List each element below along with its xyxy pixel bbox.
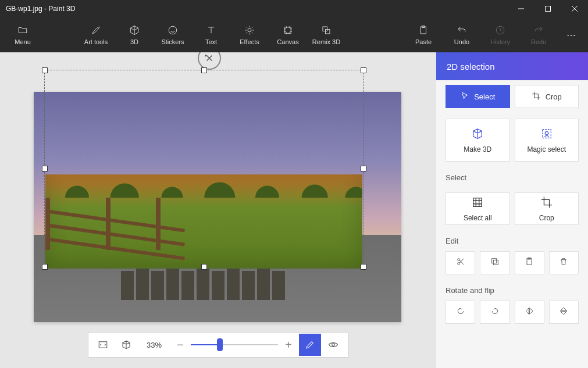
crop-icon — [540, 196, 553, 210]
selection-handle[interactable] — [42, 264, 48, 270]
view-toolbar: 33% − + — [88, 332, 348, 358]
rotate-right-button[interactable] — [480, 301, 509, 324]
cut-button[interactable] — [446, 251, 475, 274]
sticker-icon — [168, 24, 178, 36]
make-3d-button[interactable]: Make 3D — [446, 119, 510, 162]
select-all-icon — [471, 196, 484, 210]
menu-button[interactable]: Menu — [3, 17, 42, 52]
select-label: Select — [474, 92, 495, 101]
selection-handle[interactable] — [361, 166, 366, 172]
close-button[interactable] — [561, 0, 588, 17]
magic-select-button[interactable]: Magic select — [515, 119, 579, 162]
history-icon — [495, 24, 505, 36]
svg-rect-7 — [323, 27, 327, 31]
selection-handle[interactable] — [42, 67, 48, 73]
svg-rect-1 — [546, 6, 551, 12]
delete-button[interactable] — [549, 251, 579, 274]
canvas-label: Canvas — [277, 38, 298, 45]
more-button[interactable]: ⋯ — [558, 17, 585, 52]
flip-vertical-button[interactable] — [549, 301, 579, 324]
canvas-button[interactable]: Canvas — [269, 17, 307, 52]
side-panel: 2D selection Select Crop Make 3D — [436, 52, 588, 368]
selection-handle[interactable] — [201, 264, 207, 270]
fit-screen-button[interactable] — [92, 334, 114, 356]
edit-mode-button[interactable] — [299, 334, 321, 356]
rotate-right-icon — [490, 306, 500, 318]
window-title: GB-wp1.jpg - Paint 3D — [6, 5, 75, 13]
cube-icon — [129, 24, 140, 36]
crop-label: Crop — [546, 92, 562, 101]
maximize-button[interactable] — [534, 0, 561, 17]
main: 33% − + 2D selection Select Crop — [0, 52, 588, 368]
crop-button[interactable]: Crop — [515, 192, 579, 225]
selection-handle[interactable] — [361, 264, 366, 270]
art-tools-button[interactable]: Art tools — [77, 17, 115, 52]
paste-edit-button[interactable] — [515, 251, 544, 274]
art-tools-label: Art tools — [84, 38, 108, 45]
history-button[interactable]: History — [481, 17, 519, 52]
copy-icon — [490, 257, 500, 269]
svg-rect-14 — [542, 129, 551, 138]
effects-button[interactable]: Effects — [230, 17, 269, 52]
rotate-left-button[interactable] — [446, 301, 475, 324]
svg-rect-16 — [473, 198, 482, 206]
redo-icon — [533, 24, 544, 36]
zoom-slider-thumb[interactable] — [217, 338, 223, 351]
3d-view-button[interactable] — [115, 334, 137, 356]
toolbar: Menu Art tools 3D Stickers Text Effects … — [0, 17, 588, 52]
crop-tool-button[interactable]: Crop — [515, 85, 579, 108]
trash-icon — [559, 257, 568, 269]
zoom-in-button[interactable]: + — [279, 334, 298, 356]
svg-point-15 — [545, 131, 548, 135]
redo-label: Redo — [531, 38, 546, 45]
remix-3d-label: Remix 3D — [312, 38, 340, 45]
crop-icon — [532, 91, 541, 102]
more-icon: ⋯ — [566, 30, 576, 41]
scissors-icon — [456, 257, 465, 269]
flip-v-icon — [559, 306, 568, 318]
magic-select-icon — [540, 127, 553, 142]
stickers-label: Stickers — [161, 38, 184, 45]
svg-rect-19 — [493, 260, 498, 265]
paste-label: Paste — [415, 38, 432, 45]
undo-button[interactable]: Undo — [443, 17, 481, 52]
zoom-out-button[interactable]: − — [171, 334, 190, 356]
redo-button[interactable]: Redo — [519, 17, 558, 52]
zoom-slider[interactable] — [191, 334, 278, 356]
canvas-area[interactable]: 33% − + — [0, 52, 436, 368]
remix-icon — [321, 24, 332, 36]
undo-label: Undo — [454, 38, 469, 45]
paste-icon — [418, 24, 429, 36]
copy-button[interactable] — [480, 251, 509, 274]
stickers-button[interactable]: Stickers — [154, 17, 192, 52]
3d-button[interactable]: 3D — [115, 17, 154, 52]
paste-button[interactable]: Paste — [404, 17, 443, 52]
selection-handle[interactable] — [361, 67, 366, 73]
svg-point-4 — [169, 26, 177, 34]
folder-icon — [17, 24, 28, 36]
svg-point-5 — [248, 28, 251, 32]
clipboard-icon — [525, 257, 534, 269]
menu-label: Menu — [15, 38, 31, 45]
select-tool-button[interactable]: Select — [446, 85, 510, 108]
text-button[interactable]: Text — [192, 17, 230, 52]
effects-icon — [244, 24, 255, 36]
selection-handle[interactable] — [42, 166, 48, 172]
selection-rect[interactable] — [44, 70, 364, 267]
undo-icon — [457, 24, 467, 36]
brush-icon — [91, 24, 101, 36]
titlebar: GB-wp1.jpg - Paint 3D — [0, 0, 588, 17]
zoom-value[interactable]: 33% — [138, 341, 170, 349]
cube-icon — [471, 127, 484, 142]
selection-handle[interactable] — [201, 67, 207, 73]
remix-3d-button[interactable]: Remix 3D — [307, 17, 345, 52]
history-label: History — [490, 38, 510, 45]
cursor-icon — [460, 91, 469, 102]
flip-horizontal-button[interactable] — [515, 301, 544, 324]
minimize-button[interactable] — [508, 0, 534, 17]
svg-point-13 — [332, 344, 335, 346]
magic-select-label: Magic select — [527, 145, 566, 153]
panel-title: 2D selection — [436, 52, 588, 80]
view-mode-button[interactable] — [322, 334, 344, 356]
select-all-button[interactable]: Select all — [446, 192, 510, 225]
